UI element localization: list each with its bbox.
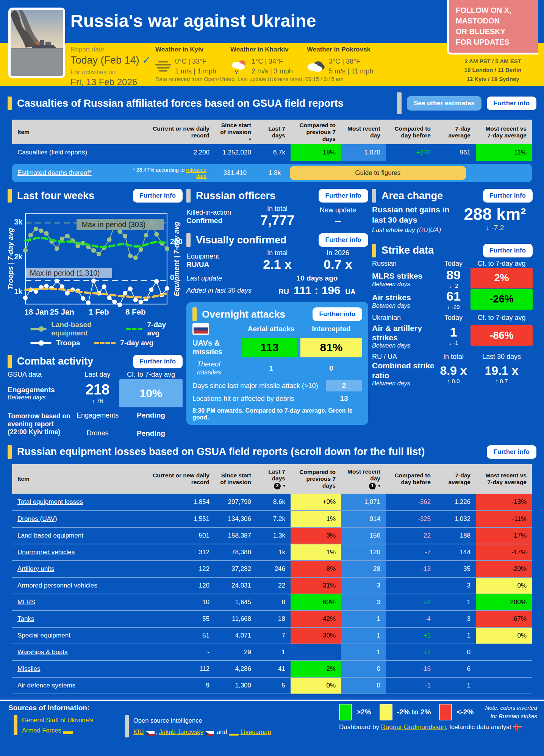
further-info-button[interactable]: Further info [313, 307, 362, 321]
weather-values: 1°C | 34°F2 m/s | 3 mph [252, 56, 293, 76]
recent-vs-avg-cell: -20% [476, 561, 532, 577]
item-link[interactable]: Tanks [12, 611, 137, 627]
ua-label: UA [345, 288, 355, 296]
item-link[interactable]: Casualties (field reports) [12, 144, 137, 161]
equipment-label: Equipment [186, 253, 247, 260]
accent-bar [8, 355, 12, 368]
accent-bar [14, 715, 17, 735]
svg-text:3k: 3k [14, 218, 22, 226]
item-link[interactable]: Armored personnel vehicles [12, 578, 137, 594]
aerial-attacks-cell: 113 [242, 338, 297, 357]
confirmed-label: Confirmed [186, 217, 247, 225]
overnight-attacks-panel: Overnight attacks Further info Aerial at… [186, 302, 368, 425]
cmp-prev7-cell [291, 644, 341, 660]
gsua-link[interactable]: General Staff of Ukraine's Armed Forces [22, 717, 93, 734]
equipment-rows: Total equipment losses1,854297,7908.6k+0… [12, 494, 532, 694]
source-gsua: General Staff of Ukraine's Armed Forces [14, 715, 105, 735]
see-other-estimates-button[interactable]: See other estimates [407, 96, 481, 111]
sort-caret-icon: ▾ [283, 483, 285, 488]
last7-cell: 8.6k [256, 494, 291, 510]
table-row: Warships & boats-2911+10 [12, 644, 532, 660]
strike-data-header: Strike data Further info [372, 244, 533, 257]
item-link[interactable]: Warships & boats [12, 644, 137, 660]
most-recent-cell: 1 [341, 628, 386, 644]
col-vs7: Most recent vs 7-day average [476, 470, 532, 488]
recent-vs-avg-cell: 0% [476, 628, 532, 644]
air-strikes-value: 61 ↓ -29 [436, 289, 471, 310]
thereof-intercepted: 0 [300, 364, 362, 373]
item-link[interactable]: Artillery units [12, 561, 137, 577]
cmp-day-before-cell: +1 [386, 644, 436, 660]
further-info-button[interactable]: Further info [133, 189, 183, 203]
col-recent[interactable]: Most recent day1▾ [341, 466, 386, 492]
further-info-button[interactable]: Further info [319, 189, 368, 203]
days-since-cell: 2 [326, 380, 362, 391]
legend-label: Land-based equipment [51, 321, 112, 337]
author-link[interactable]: Ragnar Gudmundsson [381, 723, 446, 731]
ruua-label: RU/UA [186, 260, 247, 269]
column-middle: Russian officers Further info Killed-in-… [186, 189, 368, 438]
estimated-deaths-link[interactable]: Estimated deaths thereof* [12, 169, 133, 177]
further-info-button[interactable]: Further info [487, 97, 536, 110]
janovsky-link[interactable]: Jakub Janovsky [159, 728, 203, 735]
iceland-flag-icon [513, 724, 523, 731]
kiu-link[interactable]: KIU [133, 728, 144, 735]
record-cell: 10 [137, 594, 215, 610]
item-link[interactable]: Air defence systems [12, 678, 137, 694]
weather-kyiv: Weather in Kyiv 0°C | 33°F1 m/s | 1 mph [155, 46, 225, 76]
in-total-label: In total [247, 205, 308, 213]
further-info-button[interactable]: Further info [483, 244, 533, 257]
today-label: Today [436, 314, 471, 322]
further-info-button[interactable]: Further info [487, 445, 536, 459]
svg-text:2k: 2k [14, 253, 22, 261]
legend-label: 7-day avg [147, 321, 173, 337]
aerial-attacks-label: Aerial attacks [242, 325, 300, 333]
avg7-cell: 1,032 [436, 511, 476, 527]
table-row: Casualties (field reports)2,2001,252,020… [12, 144, 532, 161]
item-link[interactable]: Special equipment [12, 628, 137, 644]
since-invasion-cell: 1,252,020 [215, 144, 256, 161]
item-link[interactable]: Land-based equipment [12, 528, 137, 544]
fog-icon [155, 59, 171, 73]
item-link[interactable]: Unarmored vehicles [12, 544, 137, 560]
sort-caret-icon: ▾ [249, 137, 251, 142]
col-avg7: 7-day average [436, 123, 476, 141]
recent-vs-avg-cell: 0% [476, 578, 532, 594]
last7-cell: 18 [256, 611, 291, 627]
since-invasion-cell: 158,387 [215, 528, 256, 544]
cmp-day-before-cell: -7 [386, 544, 436, 560]
since-invasion-cell: 297,790 [215, 494, 256, 510]
further-info-button[interactable]: Further info [483, 189, 533, 203]
casualties-table-header: Item Current or new daily record Since s… [12, 120, 532, 144]
for-activities-label: For activities on [70, 69, 151, 76]
item-link[interactable]: Total equipment losses [12, 494, 137, 510]
col-last7[interactable]: Last 7 days2▾ [256, 466, 291, 492]
czech-flag-icon [205, 729, 215, 736]
follow-banner[interactable]: FOLLOW ON X, MASTODON OR BLUESKY FOR UPD… [447, 0, 538, 55]
combat-activity-header: Combat activity Further info [8, 355, 183, 368]
tomorrow-rows-status: Pending Pending [119, 411, 183, 438]
col-since[interactable]: Since start of invasion ▾ [215, 120, 256, 144]
item-link[interactable]: Drones (UAV) [12, 511, 137, 527]
russia-flag-icon [192, 323, 209, 335]
accent-bar [8, 189, 12, 203]
further-info-button[interactable]: Further info [133, 355, 183, 368]
air-artillery-label: Air & artillery strikes Between days [372, 323, 436, 349]
since-invasion-cell: 11,668 [215, 611, 256, 627]
equipment-title: Russian equipment losses based on GSUA f… [17, 446, 425, 458]
accent-bar [192, 307, 197, 321]
ukrainian-label: Ukrainian [372, 314, 436, 322]
released-data-link[interactable]: released data [186, 167, 206, 179]
guide-to-figures-button[interactable]: Guide to figures [290, 166, 466, 180]
ru-label: RU [278, 288, 289, 296]
avg7-cell: 1 [436, 678, 476, 694]
further-info-button[interactable]: Further info [319, 233, 368, 247]
casualties-title: Casualties of Russian affiliated forces … [17, 98, 344, 109]
air-artillery-pct-cell: -86% [471, 325, 533, 346]
russian-officers-title: Russian officers [196, 190, 275, 202]
item-link[interactable]: MLRS [12, 594, 137, 610]
liveuamap-link[interactable]: Liveuamap [241, 728, 271, 735]
officers-total: 7,777 [247, 213, 308, 229]
record-cell: 9 [137, 678, 215, 694]
item-link[interactable]: Missiles [12, 661, 137, 677]
